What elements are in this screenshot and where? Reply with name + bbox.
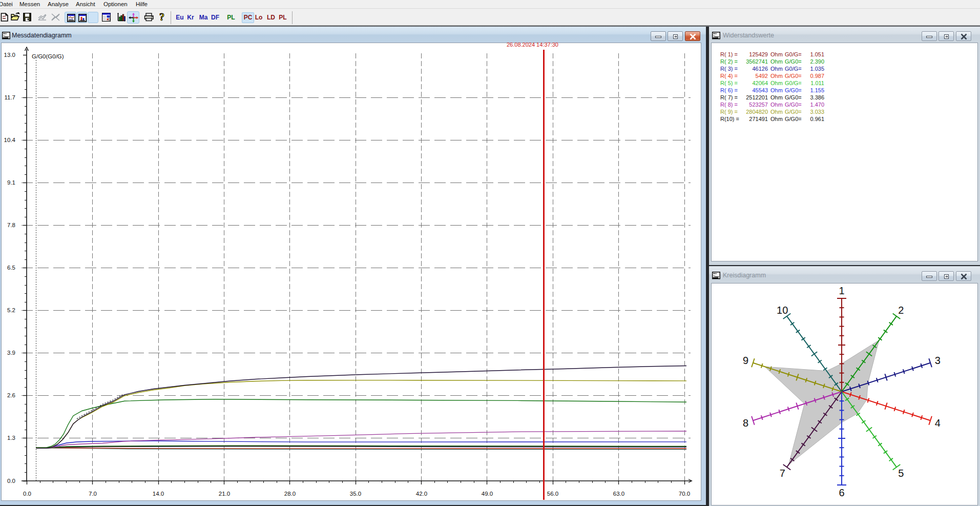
svg-text:3: 3 [935, 355, 941, 366]
svg-text:1: 1 [839, 285, 844, 296]
svg-text:9: 9 [743, 355, 748, 366]
svg-text:7: 7 [780, 468, 785, 479]
svg-text:5: 5 [898, 468, 904, 479]
svg-text:10: 10 [777, 305, 788, 316]
svg-text:6: 6 [839, 487, 844, 498]
svg-text:2: 2 [898, 305, 904, 316]
svg-text:?: ? [159, 12, 164, 23]
svg-text:8: 8 [743, 417, 748, 429]
svg-text:4: 4 [935, 417, 941, 429]
